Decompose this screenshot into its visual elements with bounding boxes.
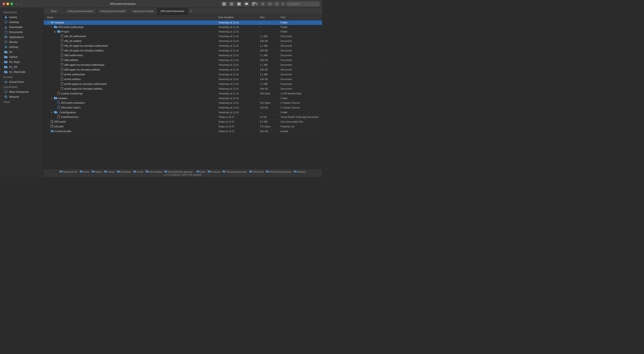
maximize-button[interactable] bbox=[10, 2, 13, 5]
breadcrumb-item[interactable]: DerivedData bbox=[146, 170, 162, 173]
table-row[interactable]: x86_64.swiftdocYesterday at 11:41194 KBD… bbox=[44, 39, 322, 44]
breadcrumb-item[interactable]: Xcode bbox=[134, 170, 143, 173]
add-tab-button[interactable]: + bbox=[188, 8, 195, 14]
disclosure-button[interactable]: ▼ bbox=[50, 26, 53, 29]
breadcrumb-item[interactable]: ZhuoruiModule-gjrquxiar... bbox=[164, 170, 194, 173]
search-box[interactable] bbox=[286, 2, 320, 6]
breadcrumb-item[interactable]: ZRCoreKit bbox=[250, 170, 264, 173]
disclosure-button[interactable]: ▶ bbox=[54, 30, 56, 33]
file-kind: Document bbox=[279, 44, 320, 48]
header-icon bbox=[57, 106, 60, 109]
sidebar-item-github[interactable]: GitHub bbox=[1, 54, 42, 59]
sidebar-item-imac[interactable]: iMac-HanleyLee bbox=[1, 89, 42, 94]
table-row[interactable]: ▶ProjectYesterday at 11:41--Folder bbox=[44, 30, 322, 34]
search-input[interactable] bbox=[292, 2, 318, 6]
breadcrumb-item[interactable]: Build bbox=[197, 170, 205, 173]
disclosure-button[interactable]: ▼ bbox=[47, 21, 50, 24]
view-more-button[interactable]: ▾ bbox=[251, 2, 259, 6]
table-row[interactable]: arm64.swiftmoduleYesterday at 11:411.1 M… bbox=[44, 72, 322, 77]
disclosure-button[interactable]: ▼ bbox=[50, 97, 53, 100]
table-row[interactable]: ZRCoreKit-umbrella.hYesterday at 11:4131… bbox=[44, 101, 322, 106]
info-button[interactable]: ℹ bbox=[281, 2, 285, 6]
breadcrumb-item[interactable]: Modules bbox=[294, 170, 306, 173]
sidebar-item-icloud-drive[interactable]: iCloud Drive bbox=[1, 79, 42, 84]
breadcrumb-item[interactable]: Library bbox=[104, 170, 115, 173]
sidebar-item-02rawcode[interactable]: 02_RawCode bbox=[1, 69, 42, 74]
breadcrumb-folder-icon bbox=[208, 170, 210, 173]
sidebar-item-downloads[interactable]: Downloads bbox=[1, 24, 42, 30]
tab-build[interactable]: Build bbox=[44, 8, 64, 14]
close-button[interactable] bbox=[2, 2, 5, 5]
file-size: 1.1 MB bbox=[258, 54, 279, 57]
sidebar-item-applications[interactable]: Applications bbox=[1, 34, 42, 40]
tab-debug-1[interactable]: Debug-iphonesimulator bbox=[64, 8, 97, 14]
document-icon bbox=[57, 115, 60, 119]
breadcrumb-separator: › bbox=[116, 170, 116, 173]
file-kind: Folder bbox=[279, 110, 320, 114]
file-name-cell: arm64-apple-ios-simulator.swiftdoc bbox=[45, 86, 216, 91]
table-row[interactable]: x86_64.swiftmoduleYesterday at 11:411.1 … bbox=[44, 34, 322, 39]
col-header-kind[interactable]: Kind bbox=[279, 15, 320, 20]
sidebar-item-00repo[interactable]: 00_Repo bbox=[1, 59, 42, 64]
file-kind: Visual Studio Code.app Document bbox=[279, 115, 320, 119]
table-row[interactable]: arm64-apple-ios-simulator.swiftmoduleYes… bbox=[44, 82, 322, 86]
table-row[interactable]: x86_64-apple-ios-simulator.swiftdocYeste… bbox=[44, 48, 322, 53]
col-header-name[interactable]: Name bbox=[45, 15, 216, 20]
table-row[interactable]: i386.swiftmoduleYesterday at 11:411.1 MB… bbox=[44, 53, 322, 58]
sidebar-item-desktop[interactable]: Desktop bbox=[1, 20, 42, 24]
tab-debug-2[interactable]: Debug-iphonesimulator bbox=[97, 8, 130, 14]
table-row[interactable]: x86_64-apple-ios-simulator.swiftmoduleYe… bbox=[44, 44, 322, 48]
table-row[interactable]: i386-apple-ios-simulator.swiftmoduleYest… bbox=[44, 63, 322, 68]
view-list-button[interactable] bbox=[228, 2, 235, 6]
table-row[interactable]: ▼_CodeSignatureYesterday at 11:43--Folde… bbox=[44, 110, 322, 115]
breadcrumb-item[interactable]: hanley bbox=[92, 170, 102, 173]
view-icons-button[interactable] bbox=[221, 2, 227, 6]
view-columns-button[interactable] bbox=[236, 2, 242, 6]
minimize-button[interactable] bbox=[6, 2, 9, 5]
table-row[interactable]: Info.plistToday at 14:17771 bytesPropert… bbox=[44, 124, 322, 129]
sidebar-item-airdrop[interactable]: AirDrop bbox=[1, 44, 42, 50]
sidebar-item-hl[interactable]: HL bbox=[1, 50, 42, 54]
file-name-cell: CoreKit.bundle bbox=[45, 129, 216, 134]
breadcrumb-separator: › bbox=[221, 170, 222, 173]
table-row[interactable]: arm64-apple-ios-simulator.swiftdocYester… bbox=[44, 86, 322, 91]
breadcrumb-item[interactable]: Users bbox=[80, 170, 90, 173]
table-row[interactable]: i386-apple-ios-simulator.swiftdocYesterd… bbox=[44, 68, 322, 72]
breadcrumb-item[interactable]: Test-iphonesimulator bbox=[222, 170, 247, 173]
table-row[interactable]: binZRCoreKitToday at 14:179.3 MBUnix Exe… bbox=[44, 120, 322, 124]
sidebar-item-movies[interactable]: Movies bbox=[1, 40, 42, 44]
sidebar-item-02zr[interactable]: 02_ZR bbox=[1, 64, 42, 69]
breadcrumb-item[interactable]: ZRCoreKit.framework bbox=[266, 170, 292, 173]
table-row[interactable]: i386.swiftdocYesterday at 11:41194 KBDoc… bbox=[44, 58, 322, 63]
table-row[interactable]: ▼ZRCoreKit.swiftmoduleYesterday at 11:41… bbox=[44, 25, 322, 30]
table-row[interactable]: arm64.swiftdocYesterday at 11:41194 KBDo… bbox=[44, 77, 322, 82]
col-header-modified[interactable]: Date Modified bbox=[216, 15, 258, 20]
table-row[interactable]: ZRCoreKit-Swift.hYesterday at 11:41130 K… bbox=[44, 106, 322, 110]
sidebar-item-network[interactable]: Network bbox=[1, 94, 42, 99]
file-kind: C Header Source bbox=[279, 106, 320, 110]
breadcrumb-item[interactable]: Macintosh HD bbox=[60, 170, 78, 173]
breadcrumb-item[interactable]: Products bbox=[208, 170, 220, 173]
tab-zrcorekit[interactable]: ZRCoreKit.framework bbox=[157, 8, 188, 14]
tab-applaunch[interactable]: AppLaunch.bundle bbox=[130, 8, 157, 14]
table-row[interactable]: CodeResourcesToday at 14:1714 KBVisual S… bbox=[44, 115, 322, 120]
table-row[interactable]: CoreKit.bundleToday at 14:17264 KBbundle bbox=[44, 129, 322, 134]
document-icon bbox=[60, 44, 63, 47]
share-button[interactable]: ⊕ bbox=[260, 2, 266, 6]
sidebar-item-documents[interactable]: Documents bbox=[1, 30, 42, 34]
back-button[interactable]: ‹ bbox=[16, 2, 19, 6]
organize-button[interactable]: ⊡ bbox=[274, 2, 280, 6]
document-icon bbox=[60, 68, 63, 71]
forward-button[interactable]: › bbox=[20, 2, 22, 6]
file-kind: Document bbox=[279, 82, 320, 86]
file-modified: Yesterday at 11:43 bbox=[216, 110, 258, 114]
table-row[interactable]: ▼ModulesYesterday at 11:41--Folder bbox=[44, 20, 322, 25]
col-header-size[interactable]: Size bbox=[258, 15, 279, 20]
view-gallery-button[interactable] bbox=[243, 2, 250, 6]
table-row[interactable]: ▼HeadersYesterday at 11:41--Folder bbox=[44, 96, 322, 101]
sidebar-item-hanley[interactable]: hanley bbox=[1, 14, 42, 20]
breadcrumb-item[interactable]: Developer bbox=[117, 170, 131, 173]
disclosure-button[interactable]: ▼ bbox=[50, 111, 53, 114]
table-row[interactable]: module.modulemapYesterday at 11:41185 by… bbox=[44, 91, 322, 96]
action-button[interactable]: ≡▾ bbox=[267, 2, 273, 6]
